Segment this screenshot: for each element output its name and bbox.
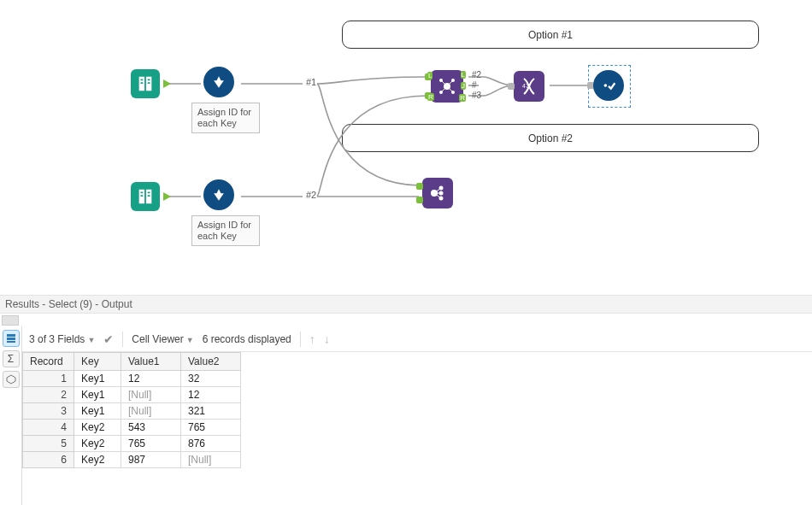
- tile1-annotation[interactable]: Assign ID for each Key: [191, 103, 260, 133]
- workflow-canvas[interactable]: Option #1 Option #2: [0, 0, 812, 295]
- prev-record-button[interactable]: ↑: [309, 332, 315, 346]
- data-cell[interactable]: 987: [121, 452, 181, 468]
- table-row[interactable]: 5Key2765876: [23, 436, 241, 452]
- results-toolbar: 3 of 3 Fields▼ ✔ Cell Viewer▼ 6 records …: [22, 326, 812, 352]
- results-table[interactable]: Record Key Value1 Value2 1Key112322Key1[…: [22, 352, 241, 468]
- apply-check-button[interactable]: ✔: [103, 332, 114, 346]
- data-cell[interactable]: Key2: [74, 452, 121, 468]
- record-cell[interactable]: 6: [23, 452, 74, 468]
- record-cell[interactable]: 1: [23, 371, 74, 387]
- panel-grabber[interactable]: [2, 315, 19, 326]
- data-cell[interactable]: 321: [181, 403, 241, 420]
- data-cell[interactable]: Key1: [74, 403, 121, 420]
- join-outJ-port: J: [461, 82, 466, 90]
- table-row[interactable]: 6Key2987[Null]: [23, 452, 241, 468]
- join-out-r-label: #3: [472, 91, 481, 100]
- data-cell[interactable]: 543: [121, 420, 181, 436]
- results-title-bar: Results - Select (9) - Output: [0, 295, 812, 314]
- results-title: Results - Select (9) - Output: [5, 298, 132, 310]
- join-R-label: R: [427, 93, 434, 101]
- rows-icon: [6, 333, 16, 344]
- table-row[interactable]: 4Key2543765: [23, 420, 241, 436]
- fields-dropdown[interactable]: 3 of 3 Fields▼: [29, 333, 95, 345]
- union-icon: [427, 183, 448, 203]
- data-cell[interactable]: 12: [181, 387, 241, 403]
- flow-label-1: #1: [306, 77, 316, 87]
- svg-rect-20: [7, 341, 15, 343]
- data-cell[interactable]: Key1: [74, 371, 121, 387]
- svg-text:47: 47: [522, 83, 529, 89]
- text-input-tool-1[interactable]: [128, 67, 162, 101]
- col-value2[interactable]: Value2: [181, 353, 241, 371]
- svg-point-10: [604, 84, 608, 87]
- col-record[interactable]: Record: [23, 353, 74, 371]
- join-out-l-label: #2: [472, 70, 481, 79]
- results-left-rail: Σ: [0, 326, 22, 505]
- data-cell[interactable]: [Null]: [121, 403, 181, 420]
- data-cell[interactable]: 12: [121, 371, 181, 387]
- chevron-down-icon: ▼: [87, 336, 95, 344]
- connections: [0, 0, 812, 295]
- join-outR-port: R: [459, 94, 466, 102]
- record-cell[interactable]: 3: [23, 403, 74, 420]
- svg-rect-18: [7, 334, 15, 337]
- data-cell[interactable]: 32: [181, 371, 241, 387]
- book-icon: [136, 187, 155, 206]
- tile-icon: [210, 73, 227, 91]
- record-cell[interactable]: 4: [23, 420, 74, 436]
- results-panel: Σ 3 of 3 Fields▼ ✔ Cell Viewer▼ 6 record…: [0, 326, 812, 505]
- separator: [122, 332, 123, 347]
- record-cell[interactable]: 2: [23, 387, 74, 403]
- next-record-button[interactable]: ↓: [324, 332, 330, 346]
- data-cell[interactable]: 765: [181, 420, 241, 436]
- results-table-wrap: Record Key Value1 Value2 1Key112322Key1[…: [22, 352, 812, 468]
- rail-shape-button[interactable]: [3, 371, 20, 388]
- svg-marker-21: [7, 375, 15, 384]
- join-outL-port: L: [461, 71, 466, 79]
- join-icon: [437, 76, 457, 97]
- tile2-annotation[interactable]: Assign ID for each Key: [191, 215, 260, 246]
- union-tool[interactable]: [422, 178, 453, 208]
- tile-icon: [210, 186, 227, 203]
- cell-viewer-dropdown[interactable]: Cell Viewer▼: [132, 333, 193, 345]
- col-key[interactable]: Key: [74, 353, 121, 371]
- select-check-icon: [599, 76, 618, 95]
- data-cell[interactable]: [Null]: [121, 387, 181, 403]
- data-cell[interactable]: 876: [181, 436, 241, 452]
- record-cell[interactable]: 5: [23, 436, 74, 452]
- book-icon: [136, 74, 155, 93]
- join-tool[interactable]: L R L J R: [431, 70, 463, 103]
- data-cell[interactable]: [Null]: [181, 452, 241, 468]
- chevron-down-icon: ▼: [186, 336, 194, 344]
- table-row[interactable]: 1Key11232: [23, 371, 241, 387]
- dna-icon: 47: [519, 76, 539, 97]
- data-cell[interactable]: Key2: [74, 436, 121, 452]
- join-L-label: L: [427, 72, 432, 79]
- separator: [300, 332, 301, 347]
- select-tool[interactable]: [593, 70, 624, 101]
- rail-layout-button[interactable]: [3, 330, 20, 347]
- data-cell[interactable]: Key2: [74, 420, 121, 436]
- col-value1[interactable]: Value1: [121, 353, 181, 371]
- join-out-j-label: #: [472, 80, 477, 90]
- rail-sigma-button[interactable]: Σ: [3, 350, 20, 367]
- text-input-tool-2[interactable]: [128, 179, 162, 214]
- data-cell[interactable]: Key1: [74, 387, 121, 403]
- data-cell[interactable]: 765: [121, 436, 181, 452]
- svg-rect-19: [7, 338, 15, 340]
- tile-tool-2[interactable]: [203, 179, 234, 210]
- table-row[interactable]: 3Key1[Null]321: [23, 403, 241, 420]
- records-count: 6 records displayed: [203, 333, 291, 345]
- transform-tool[interactable]: 47: [514, 71, 544, 102]
- tile-tool-1[interactable]: [203, 67, 234, 97]
- sigma-icon: Σ: [8, 353, 14, 365]
- table-row[interactable]: 2Key1[Null]12: [23, 387, 241, 403]
- flow-label-2: #2: [306, 190, 316, 200]
- hexagon-icon: [6, 374, 16, 385]
